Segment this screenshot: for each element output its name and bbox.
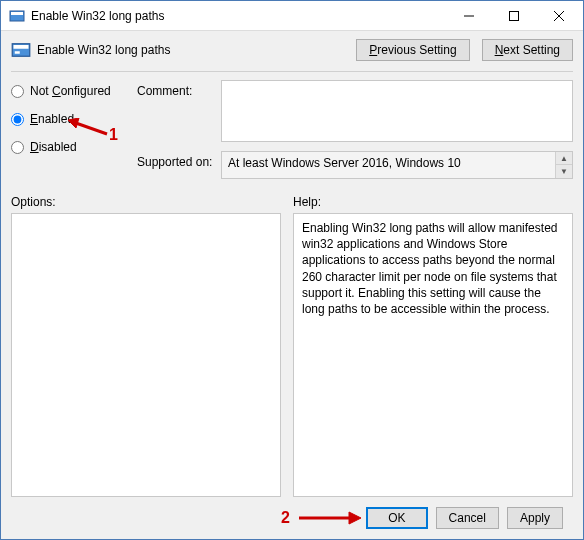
footer: 2 OK Cancel Apply — [11, 497, 573, 539]
supported-on-label: Supported on: — [137, 151, 215, 169]
previous-setting-button[interactable]: Previous Setting — [356, 39, 469, 61]
disabled-radio[interactable] — [11, 141, 24, 154]
annotation-number-2: 2 — [281, 509, 290, 527]
minimize-button[interactable] — [446, 2, 491, 30]
prev-label-rest: revious Setting — [377, 43, 456, 57]
scroll-up-button[interactable]: ▲ — [555, 152, 572, 165]
not-configured-radio[interactable] — [11, 85, 24, 98]
svg-rect-7 — [14, 45, 29, 49]
close-button[interactable] — [536, 2, 581, 30]
options-box — [11, 213, 281, 497]
policy-icon — [11, 40, 31, 60]
svg-line-9 — [73, 122, 107, 134]
state-radio-group: Not Configured Enabled Disabled 1 — [11, 80, 131, 154]
help-text: Enabling Win32 long paths will allow man… — [302, 221, 557, 316]
next-setting-button[interactable]: Next Setting — [482, 39, 573, 61]
svg-marker-12 — [349, 512, 361, 524]
annotation-number-1: 1 — [109, 126, 118, 144]
comment-label: Comment: — [137, 80, 215, 98]
scroll-down-button[interactable]: ▼ — [555, 165, 572, 178]
policy-editor-window: Enable Win32 long paths Enable Win32 lon… — [0, 0, 584, 540]
titlebar: Enable Win32 long paths — [1, 1, 583, 31]
supported-on-text: At least Windows Server 2016, Windows 10 — [228, 156, 461, 170]
maximize-button[interactable] — [491, 2, 536, 30]
enabled-radio[interactable] — [11, 113, 24, 126]
svg-rect-1 — [11, 12, 23, 15]
header-row: Enable Win32 long paths Previous Setting… — [1, 31, 583, 67]
supported-on-box: At least Windows Server 2016, Windows 10… — [221, 151, 573, 179]
disabled-label[interactable]: Disabled — [30, 140, 77, 154]
help-label: Help: — [293, 195, 573, 209]
svg-marker-10 — [68, 118, 79, 128]
apply-button[interactable]: Apply — [507, 507, 563, 529]
help-box: Enabling Win32 long paths will allow man… — [293, 213, 573, 497]
comment-textarea[interactable] — [221, 80, 573, 142]
annotation-arrow-1 — [65, 118, 109, 138]
page-title: Enable Win32 long paths — [37, 43, 356, 57]
cancel-button[interactable]: Cancel — [436, 507, 499, 529]
ok-button[interactable]: OK — [366, 507, 427, 529]
window-title: Enable Win32 long paths — [31, 9, 446, 23]
svg-rect-8 — [15, 51, 20, 54]
svg-rect-3 — [509, 11, 518, 20]
divider — [11, 71, 573, 72]
options-label: Options: — [11, 195, 281, 209]
annotation-arrow-2 — [297, 509, 363, 527]
next-label-rest: ext Setting — [503, 43, 560, 57]
policy-icon — [9, 8, 25, 24]
not-configured-label[interactable]: Not Configured — [30, 84, 111, 98]
